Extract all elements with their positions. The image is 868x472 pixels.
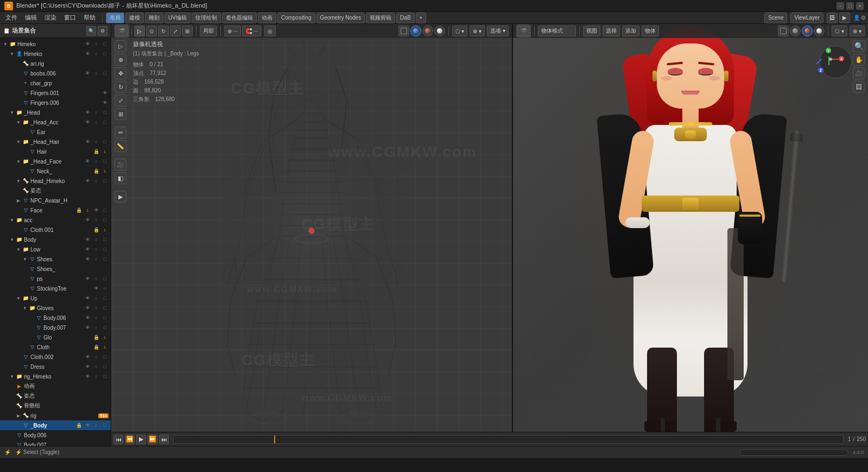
viewport-icon[interactable]: □ bbox=[101, 138, 109, 146]
tree-expand-arrow[interactable]: ▼ bbox=[2, 41, 9, 47]
workspace-tab-animation[interactable]: 动画 bbox=[258, 12, 276, 23]
outliner-item-gloves[interactable]: ▼ 📁 Gloves 👁 ○ □ bbox=[0, 303, 111, 313]
render-view-btn[interactable]: 🖼 bbox=[853, 81, 865, 93]
workspace-tab-add[interactable]: + bbox=[416, 12, 427, 23]
render-icon[interactable]: ○ bbox=[92, 246, 100, 253]
render-icon[interactable]: ○ bbox=[92, 177, 100, 185]
outliner-item-body006[interactable]: ▶ ▽ Body.006 👁 ○ □ bbox=[0, 313, 111, 323]
render-icon[interactable]: ○ bbox=[92, 158, 100, 165]
outliner-item-body006b[interactable]: ▽ Body.006 bbox=[0, 430, 111, 440]
vl-mode2[interactable]: ⊙ bbox=[146, 26, 157, 36]
visibility-icon[interactable]: 👁 bbox=[84, 314, 91, 322]
outliner-item-stockingtoe[interactable]: ▶ ▽ StockingToe 👁 ○ bbox=[0, 284, 111, 293]
menu-window[interactable]: 窗口 bbox=[61, 12, 79, 23]
render-icon[interactable]: ○ bbox=[92, 109, 100, 116]
viewport-rendered[interactable]: CG模型主 CG模型主 CG模型主 www.CGMXW.com www.CGMX… bbox=[513, 24, 868, 432]
viewport-icon[interactable]: □ bbox=[101, 177, 109, 185]
viewport-icon[interactable]: □ bbox=[101, 118, 109, 126]
render-icon[interactable]: ○ bbox=[92, 373, 100, 380]
outliner-item-headhimeko[interactable]: ▼ 🦴 Head_Himeko 👁 ○ □ bbox=[0, 176, 111, 186]
outliner-item-headhair[interactable]: ▼ 📁 _Head_Hair 👁 ○ □ bbox=[0, 137, 111, 147]
outliner-item-shoessub[interactable]: ▽ Shoes_ bbox=[0, 264, 111, 274]
viewport-wireframe[interactable]: CG模型主 CG模型主 CG模型主 www.CGMKW.com www.CGMX… bbox=[111, 24, 513, 432]
visibility-icon[interactable]: 👁 bbox=[101, 99, 109, 106]
close-button[interactable]: × bbox=[856, 2, 864, 10]
object-mode-dropdown[interactable]: 物体模式 bbox=[538, 26, 576, 36]
render-icon[interactable]: ○ bbox=[92, 421, 100, 429]
constraint-icon[interactable]: 🔒 bbox=[75, 206, 83, 214]
constraint-icon[interactable]: 🔒 bbox=[92, 226, 100, 234]
tree-expand-arrow[interactable]: ▼ bbox=[15, 119, 22, 125]
visibility-icon[interactable]: 👁 bbox=[84, 40, 91, 48]
camera-navigate-btn[interactable]: 🎥 bbox=[853, 67, 865, 79]
visibility-icon[interactable]: 👁 bbox=[84, 294, 91, 302]
tree-expand-arrow[interactable]: ▼ bbox=[15, 295, 22, 301]
timeline-prev-btn[interactable]: ⏪ bbox=[125, 435, 135, 444]
vr-solid-btn[interactable] bbox=[790, 26, 801, 36]
vr-material-btn[interactable] bbox=[802, 26, 813, 36]
outliner-item-head-collection[interactable]: ▼ 📁 _Head 👁 ○ □ bbox=[0, 108, 111, 117]
outliner-item-headacc[interactable]: ▼ 📁 _Head_Acc 👁 ○ □ bbox=[0, 117, 111, 127]
visibility-icon[interactable]: 👁 bbox=[84, 373, 91, 380]
menu-edit[interactable]: 编辑 bbox=[22, 12, 40, 23]
vl-mode4[interactable]: ⤢ bbox=[170, 26, 181, 36]
visibility-icon[interactable]: 👁 bbox=[84, 353, 91, 361]
visibility-icon[interactable]: 👁 bbox=[92, 285, 100, 292]
gizmo-z-dot[interactable]: Z bbox=[818, 67, 823, 73]
visibility-icon[interactable]: 👁 bbox=[84, 275, 91, 282]
visibility-icon[interactable]: 👁 bbox=[84, 109, 91, 116]
outliner-filter[interactable]: ⚙ bbox=[98, 26, 107, 36]
tree-expand-arrow[interactable]: ▼ bbox=[22, 305, 28, 311]
render-icon[interactable]: ○ bbox=[92, 314, 100, 322]
tree-expand-arrow[interactable]: ▼ bbox=[22, 256, 28, 262]
visibility-icon[interactable]: 👁 bbox=[84, 216, 91, 224]
visibility-icon[interactable]: 👁 bbox=[84, 138, 91, 146]
annotate-tool[interactable]: ✏ bbox=[115, 127, 126, 139]
visibility-icon[interactable]: 👁 bbox=[84, 255, 91, 263]
outliner-item-aririg[interactable]: ▶ 🦴 ari.rig bbox=[0, 59, 111, 68]
local-view-btn[interactable]: 局部 bbox=[200, 26, 217, 36]
tree-expand-arrow[interactable]: ▶ bbox=[15, 197, 22, 204]
move-tool[interactable]: ✥ bbox=[115, 67, 126, 79]
outliner-item-action[interactable]: ▶ 动画 bbox=[0, 381, 111, 391]
solid-shading-btn[interactable] bbox=[410, 26, 421, 36]
camera-tool[interactable]: 🎥 bbox=[115, 159, 126, 171]
tree-expand-arrow[interactable]: ▼ bbox=[15, 139, 22, 145]
render-icon[interactable]: ○ bbox=[92, 275, 100, 282]
outliner-item-pose[interactable]: 🦴 姿态 bbox=[0, 186, 111, 196]
visibility-icon[interactable]: 👁 bbox=[84, 246, 91, 253]
gizmo-y-dot[interactable]: Y bbox=[826, 48, 831, 53]
outliner-item-body007[interactable]: ▶ ▽ Body.007 👁 ○ □ bbox=[0, 323, 111, 332]
visibility-icon[interactable]: 👁 bbox=[84, 324, 91, 331]
workspace-tab-video[interactable]: 视频剪辑 bbox=[366, 12, 395, 23]
vr-wireframe-btn[interactable] bbox=[778, 26, 789, 36]
vr-render-btn[interactable] bbox=[814, 26, 825, 36]
vr-overlay-btn[interactable]: ⬡ ▾ bbox=[832, 26, 847, 36]
vr-object-menu[interactable]: 物体 bbox=[642, 26, 659, 36]
timeline-end-btn[interactable]: ⏭ bbox=[159, 435, 169, 444]
render-icon[interactable]: ○ bbox=[92, 363, 100, 370]
render-button[interactable]: 🖼 bbox=[827, 12, 838, 23]
viewport-icon[interactable]: □ bbox=[101, 373, 109, 380]
gizmo-x-dot[interactable]: X bbox=[839, 56, 844, 61]
workspace-tab-sculpt[interactable]: 雕刻 bbox=[145, 12, 163, 23]
tree-expand-arrow[interactable]: ▶ bbox=[15, 70, 22, 77]
render-icon[interactable]: ○ bbox=[92, 50, 100, 58]
zoom-in-btn[interactable]: 🔍 bbox=[853, 40, 865, 52]
cursor-tool[interactable]: ⊕ bbox=[115, 54, 126, 66]
render-icon[interactable]: ○ bbox=[92, 70, 100, 77]
gizmo-btn[interactable]: ⊕ ▾ bbox=[470, 26, 485, 36]
workspace-tab-geonode[interactable]: Geometry Nodes bbox=[316, 12, 365, 23]
render-icon[interactable]: ○ bbox=[92, 353, 100, 361]
render-icon[interactable]: ○ bbox=[92, 138, 100, 146]
outliner-item-glo[interactable]: ▶ ▽ Glo 🔒 1 bbox=[0, 332, 111, 342]
tree-expand-arrow[interactable]: ▼ bbox=[9, 236, 15, 243]
transform-tool[interactable]: ⊞ bbox=[115, 108, 126, 120]
select-box-tool[interactable]: ▷ bbox=[115, 40, 126, 52]
menu-render[interactable]: 渲染 bbox=[41, 12, 60, 23]
outliner-item-up[interactable]: ▼ 📁 Up 👁 ○ □ bbox=[0, 293, 111, 303]
render-anim-button[interactable]: ▶ bbox=[839, 12, 850, 23]
vr-view-menu[interactable]: 视图 bbox=[583, 26, 600, 36]
tree-expand-arrow[interactable]: ▼ bbox=[9, 109, 15, 116]
viewport-icon[interactable]: □ bbox=[101, 324, 109, 331]
